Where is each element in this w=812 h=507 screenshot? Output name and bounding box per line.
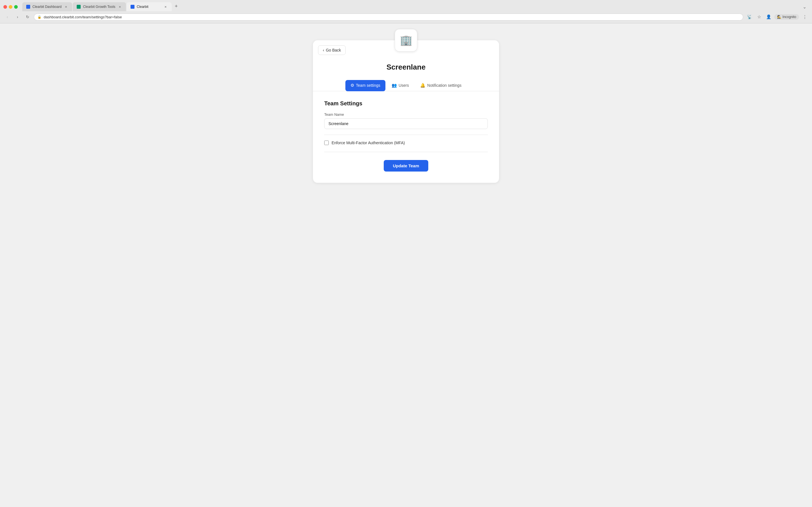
browser-tab-1[interactable]: Clearbit Dashboard ✕ <box>22 2 72 11</box>
tab-team-settings-label: Team settings <box>356 83 380 88</box>
title-bar: Clearbit Dashboard ✕ Clearbit Growth Too… <box>0 0 812 11</box>
go-back-chevron: ‹ <box>323 48 324 52</box>
reload-button[interactable]: ↻ <box>24 13 32 21</box>
new-tab-button[interactable]: + <box>172 2 180 10</box>
go-back-button[interactable]: ‹ Go Back <box>318 45 346 55</box>
incognito-badge: 🕵 Incognito <box>774 14 799 20</box>
tab-notification-settings[interactable]: 🔔 Notification settings <box>415 80 466 91</box>
close-window-button[interactable] <box>3 5 7 9</box>
tab-favicon-2 <box>77 5 81 9</box>
users-icon: 👥 <box>392 83 397 88</box>
browser-tab-3[interactable]: Clearbit ✕ <box>126 2 172 11</box>
tab-list-button[interactable]: ⌄ <box>801 3 809 11</box>
tab-favicon-3 <box>131 5 135 9</box>
mfa-row: Enforce Multi-Factor Authentication (MFA… <box>324 140 488 145</box>
tab-title-3: Clearbit <box>137 5 161 9</box>
tab-close-button-2[interactable]: ✕ <box>117 4 122 9</box>
notification-icon: 🔔 <box>420 83 425 88</box>
forward-button[interactable]: › <box>13 13 21 21</box>
back-button[interactable]: ‹ <box>3 13 11 21</box>
tab-navigation: ⚙ Team settings 👥 Users 🔔 Notification s… <box>313 80 499 91</box>
window-controls <box>3 5 18 9</box>
go-back-label: Go Back <box>326 48 341 52</box>
company-logo-icon: 🏢 <box>400 34 412 46</box>
incognito-icon: 🕵 <box>777 15 781 19</box>
tab-notification-settings-label: Notification settings <box>427 83 461 88</box>
address-bar[interactable]: 🔒 dashboard.clearbit.com/team/settings?b… <box>34 13 743 20</box>
tab-users[interactable]: 👥 Users <box>387 80 414 91</box>
incognito-label: Incognito <box>782 15 796 19</box>
lock-icon: 🔒 <box>38 15 42 19</box>
maximize-window-button[interactable] <box>14 5 18 9</box>
toolbar-right: 📡 ☆ 👤 🕵 Incognito ⋮ <box>746 13 809 21</box>
tab-favicon-1 <box>26 5 30 9</box>
browser-chrome: Clearbit Dashboard ✕ Clearbit Growth Too… <box>0 0 812 23</box>
team-name-label: Team Name <box>324 112 488 117</box>
tabs-row: Clearbit Dashboard ✕ Clearbit Growth Too… <box>22 2 180 11</box>
page-content: 🏢 ‹ Go Back Screenlane ⚙ Team settings 👥 <box>0 23 812 507</box>
menu-button[interactable]: ⋮ <box>801 13 809 21</box>
tab-users-label: Users <box>399 83 409 88</box>
team-name-input[interactable] <box>324 118 488 129</box>
divider-2 <box>324 152 488 152</box>
tab-title-2: Clearbit Growth Tools <box>83 5 115 9</box>
tab-team-settings[interactable]: ⚙ Team settings <box>345 80 385 91</box>
url-text: dashboard.clearbit.com/team/settings?bar… <box>44 15 740 19</box>
profile-button[interactable]: 👤 <box>765 13 772 21</box>
update-team-button[interactable]: Update Team <box>384 160 428 172</box>
mfa-label[interactable]: Enforce Multi-Factor Authentication (MFA… <box>332 140 405 145</box>
address-bar-row: ‹ › ↻ 🔒 dashboard.clearbit.com/team/sett… <box>0 11 812 23</box>
team-settings-icon: ⚙ <box>350 83 354 88</box>
card-body: Team Settings Team Name Enforce Multi-Fa… <box>313 91 499 183</box>
card-header: Screenlane <box>313 57 499 80</box>
bookmark-button[interactable]: ☆ <box>755 13 763 21</box>
tab-close-button-3[interactable]: ✕ <box>163 4 168 9</box>
tab-close-button-1[interactable]: ✕ <box>64 4 68 9</box>
mfa-checkbox[interactable] <box>324 140 329 145</box>
cast-button[interactable]: 📡 <box>746 13 753 21</box>
submit-row: Update Team <box>324 160 488 172</box>
card-wrapper: 🏢 ‹ Go Back Screenlane ⚙ Team settings 👥 <box>313 40 499 183</box>
team-name-group: Team Name <box>324 112 488 129</box>
minimize-window-button[interactable] <box>9 5 12 9</box>
tab-title-1: Clearbit Dashboard <box>33 5 61 9</box>
main-card: ‹ Go Back Screenlane ⚙ Team settings 👥 U… <box>313 40 499 183</box>
section-title: Team Settings <box>324 100 488 107</box>
company-name: Screenlane <box>324 63 488 71</box>
browser-tab-2[interactable]: Clearbit Growth Tools ✕ <box>73 2 126 11</box>
company-logo-wrapper: 🏢 <box>395 29 417 52</box>
